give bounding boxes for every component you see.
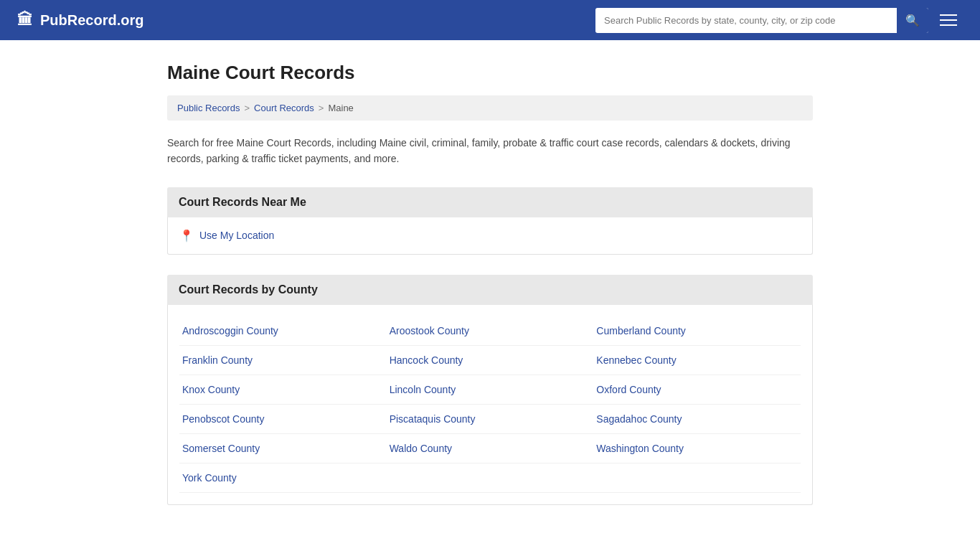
- use-location-label: Use My Location: [199, 230, 274, 241]
- near-me-section: Court Records Near Me 📍 Use My Location: [167, 187, 813, 255]
- search-input[interactable]: [595, 9, 897, 32]
- logo-link[interactable]: 🏛 PubRecord.org: [17, 11, 143, 29]
- search-button[interactable]: 🔍: [897, 8, 928, 33]
- county-item[interactable]: Penobscot County: [179, 405, 387, 434]
- logo-icon: 🏛: [17, 11, 33, 29]
- county-item[interactable]: Franklin County: [179, 346, 387, 375]
- county-item: [593, 463, 801, 493]
- search-bar: 🔍: [595, 8, 928, 33]
- county-item[interactable]: Aroostook County: [387, 316, 594, 346]
- menu-line-2: [940, 19, 957, 21]
- site-header: 🏛 PubRecord.org 🔍: [0, 0, 980, 40]
- location-icon: 📍: [179, 229, 194, 242]
- county-item: [387, 463, 594, 493]
- county-item[interactable]: York County: [179, 463, 387, 493]
- breadcrumb-sep-2: >: [319, 103, 324, 113]
- search-icon: 🔍: [905, 14, 920, 27]
- page-description: Search for free Maine Court Records, inc…: [167, 135, 813, 167]
- counties-grid: Androscoggin CountyAroostook CountyCumbe…: [179, 316, 801, 493]
- page-title: Maine Court Records: [167, 62, 813, 84]
- county-item[interactable]: Kennebec County: [593, 346, 801, 375]
- near-me-body: 📍 Use My Location: [167, 217, 813, 255]
- breadcrumb: Public Records > Court Records > Maine: [167, 95, 813, 121]
- county-item[interactable]: Lincoln County: [387, 375, 594, 405]
- header-right: 🔍: [595, 8, 963, 33]
- menu-line-3: [940, 24, 957, 26]
- menu-line-1: [940, 14, 957, 16]
- main-content: Maine Court Records Public Records > Cou…: [153, 40, 827, 551]
- county-item[interactable]: Oxford County: [593, 375, 801, 405]
- breadcrumb-public-records[interactable]: Public Records: [177, 103, 240, 113]
- near-me-heading: Court Records Near Me: [167, 187, 813, 217]
- county-item[interactable]: Somerset County: [179, 434, 387, 463]
- breadcrumb-court-records[interactable]: Court Records: [254, 103, 314, 113]
- county-item[interactable]: Piscataquis County: [387, 405, 594, 434]
- use-location-link[interactable]: 📍 Use My Location: [179, 229, 801, 242]
- county-item[interactable]: Hancock County: [387, 346, 594, 375]
- breadcrumb-sep-1: >: [244, 103, 250, 113]
- county-item[interactable]: Knox County: [179, 375, 387, 405]
- county-item[interactable]: Androscoggin County: [179, 316, 387, 346]
- county-item[interactable]: Sagadahoc County: [593, 405, 801, 434]
- breadcrumb-current: Maine: [328, 103, 353, 113]
- menu-button[interactable]: [934, 11, 963, 29]
- county-item[interactable]: Washington County: [593, 434, 801, 463]
- by-county-heading: Court Records by County: [167, 275, 813, 305]
- county-item[interactable]: Waldo County: [387, 434, 594, 463]
- by-county-section: Court Records by County Androscoggin Cou…: [167, 275, 813, 505]
- by-county-body: Androscoggin CountyAroostook CountyCumbe…: [167, 305, 813, 505]
- county-item[interactable]: Cumberland County: [593, 316, 801, 346]
- logo-text: PubRecord.org: [40, 12, 143, 29]
